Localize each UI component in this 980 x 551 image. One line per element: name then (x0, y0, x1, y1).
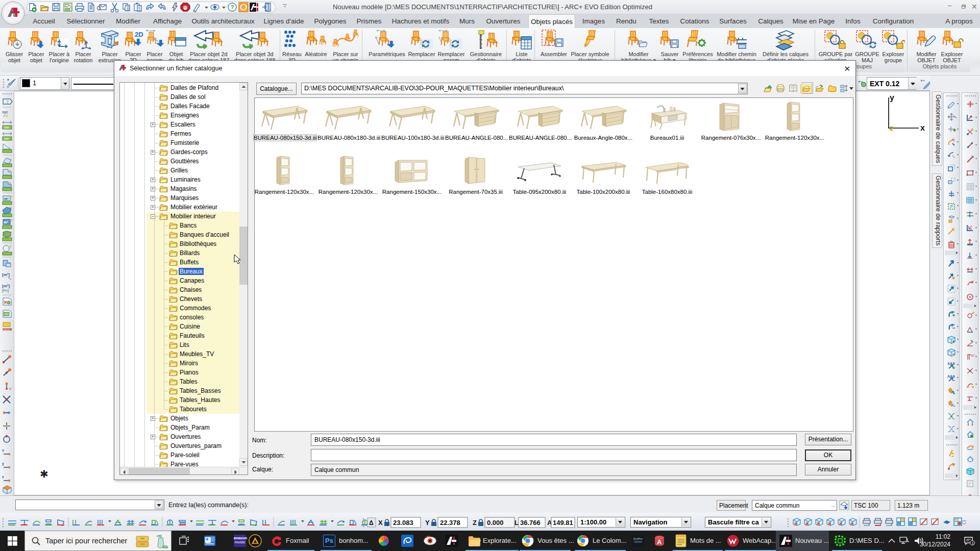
svg-text:m²: m² (4, 197, 9, 201)
svg-text:?: ? (9, 206, 12, 210)
svg-text:?: ? (9, 244, 12, 249)
svg-text:23.083: 23.083 (393, 519, 413, 527)
svg-text:90°: 90° (971, 354, 975, 357)
svg-text:x: x (920, 123, 925, 132)
svg-text:2D: 2D (135, 31, 143, 38)
svg-text:+?: +? (3, 114, 8, 118)
svg-text:?: ? (9, 169, 11, 173)
svg-text:[m²]: [m²] (2, 284, 10, 288)
svg-text:188: 188 (4, 137, 9, 140)
svg-text:22.378: 22.378 (440, 519, 460, 527)
svg-text:y: y (2, 462, 4, 466)
svg-text:A: A (657, 538, 662, 546)
svg-text:m²: m² (4, 220, 8, 224)
svg-text:?: ? (231, 4, 234, 10)
svg-text:188: 188 (4, 126, 9, 129)
svg-text:?: ? (9, 181, 11, 186)
svg-text:L: L (514, 519, 519, 527)
svg-text:0.000: 0.000 (487, 519, 504, 527)
svg-text:X: X (378, 519, 383, 527)
svg-text:Y: Y (425, 519, 430, 527)
svg-text:z: z (2, 475, 4, 479)
svg-text:?: ? (6, 99, 9, 105)
svg-text:149.81: 149.81 (553, 519, 573, 527)
svg-text:?: ? (10, 195, 13, 199)
svg-text:[Fr²]: [Fr²] (2, 289, 9, 293)
svg-text:Z: Z (473, 519, 477, 527)
svg-text:o: o (9, 387, 11, 390)
svg-text:[m²]: [m²] (2, 272, 10, 277)
svg-text:1: 1 (971, 541, 974, 545)
svg-text:36.766: 36.766 (520, 519, 541, 527)
svg-text:+: + (9, 327, 12, 332)
svg-text:Δ: Δ (369, 519, 374, 527)
svg-text:?: ? (10, 218, 13, 223)
svg-text:y: y (890, 94, 894, 102)
svg-text:A: A (952, 194, 954, 197)
svg-text:?: ? (10, 231, 12, 235)
svg-text:z: z (890, 123, 894, 132)
svg-text:x: x (2, 448, 4, 452)
